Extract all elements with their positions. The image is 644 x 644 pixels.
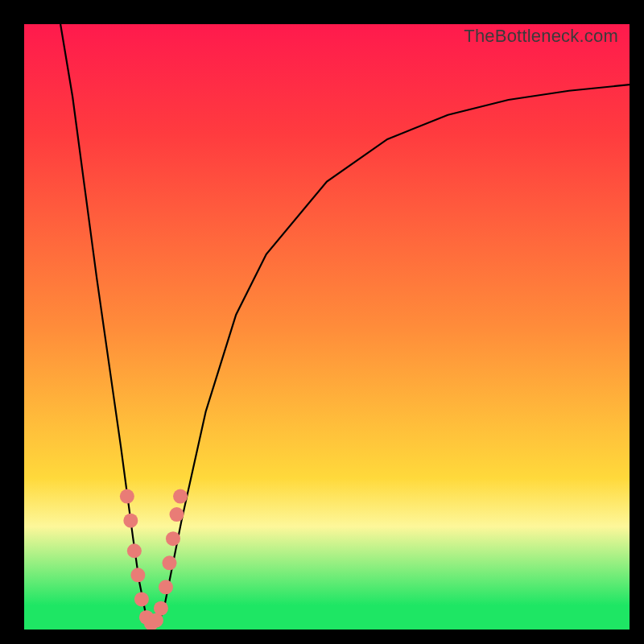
data-marker [123, 514, 138, 528]
data-marker [154, 601, 168, 616]
plot-area: TheBottleneck.com [24, 24, 630, 630]
bottleneck-curve [60, 24, 630, 623]
data-marker [159, 580, 173, 594]
data-marker [162, 555, 176, 570]
data-marker [134, 592, 149, 606]
data-marker [173, 489, 188, 504]
data-marker [127, 543, 142, 558]
data-marker [166, 531, 180, 546]
data-marker [170, 507, 184, 522]
data-marker [130, 568, 145, 582]
chart-frame: TheBottleneck.com [0, 0, 644, 644]
data-marker [120, 489, 134, 504]
chart-svg [24, 24, 630, 630]
